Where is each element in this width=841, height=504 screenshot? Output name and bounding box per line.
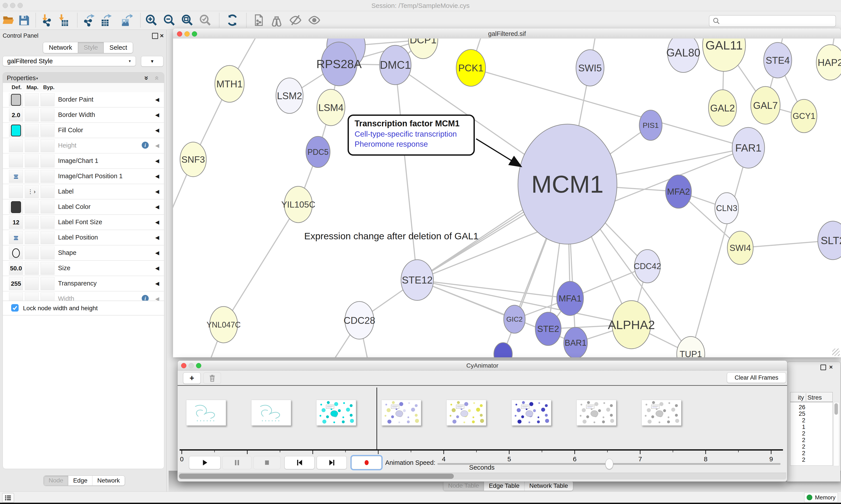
property-row[interactable]: 2.0Border Width◀ xyxy=(3,108,164,123)
tab-network-table[interactable]: Network Table xyxy=(524,481,573,491)
property-row[interactable]: ⋮›Label◀ xyxy=(3,184,164,199)
save-icon[interactable] xyxy=(17,13,31,27)
property-cell[interactable] xyxy=(25,155,39,167)
float-panel-icon[interactable] xyxy=(820,364,826,370)
frame-thumbnail-2[interactable] xyxy=(316,400,356,426)
properties-header[interactable]: Properties ▾ » » xyxy=(3,72,164,83)
property-cell[interactable] xyxy=(40,124,55,137)
record-button[interactable] xyxy=(352,456,381,469)
info-icon[interactable]: i xyxy=(142,142,149,149)
property-cell[interactable] xyxy=(25,201,39,214)
property-cell[interactable] xyxy=(25,124,39,137)
property-cell[interactable]: 50.0 xyxy=(9,262,23,275)
property-row[interactable]: Image/Chart Position 1◀ xyxy=(3,169,164,184)
expand-row-icon[interactable]: ◀ xyxy=(155,234,159,240)
export-image-icon[interactable] xyxy=(119,13,133,27)
frame-thumbnail-3[interactable] xyxy=(381,400,421,426)
network-edge[interactable] xyxy=(223,204,298,325)
property-cell[interactable] xyxy=(25,139,39,152)
property-cell[interactable] xyxy=(9,170,23,183)
import-network-icon[interactable] xyxy=(40,13,53,27)
property-cell[interactable] xyxy=(40,170,55,183)
float-panel-icon[interactable] xyxy=(152,33,158,39)
property-cell[interactable] xyxy=(9,155,23,167)
property-cell[interactable] xyxy=(40,93,55,106)
zoom-fit-icon[interactable] xyxy=(180,13,194,27)
column-stress[interactable]: Stres xyxy=(807,394,822,401)
style-dropdown[interactable]: galFiltered Style ▾ xyxy=(3,56,136,66)
tab-style[interactable]: Style xyxy=(78,42,104,53)
expand-row-icon[interactable]: ◀ xyxy=(155,281,159,287)
scrollbar-thumb[interactable] xyxy=(179,473,454,479)
resize-grip[interactable] xyxy=(832,348,840,356)
property-cell[interactable] xyxy=(40,262,55,275)
play-button[interactable] xyxy=(189,456,220,469)
export-table-icon[interactable] xyxy=(99,13,112,27)
property-row[interactable]: Fill Color◀ xyxy=(3,123,164,138)
property-cell[interactable] xyxy=(9,231,23,244)
clone-network-icon[interactable] xyxy=(252,13,266,27)
zoom-in-icon[interactable] xyxy=(145,13,158,27)
annotation-box[interactable]: Transcription factor MCM1 Cell-type-spec… xyxy=(347,114,475,156)
property-row[interactable]: Label Color◀ xyxy=(3,199,164,215)
import-table-icon[interactable] xyxy=(56,13,70,27)
expand-row-icon[interactable]: ◀ xyxy=(155,96,159,103)
export-network-icon[interactable] xyxy=(82,13,95,27)
lock-checkbox[interactable] xyxy=(11,304,19,311)
timeline[interactable]: 0123456789 Seconds xyxy=(179,386,786,454)
property-cell[interactable]: 2.0 xyxy=(9,109,23,122)
expand-row-icon[interactable]: ◀ xyxy=(155,127,159,133)
frame-thumbnail-7[interactable] xyxy=(642,400,681,426)
close-panel-icon[interactable]: × xyxy=(160,32,164,39)
table-scrollbar[interactable] xyxy=(834,402,839,466)
property-row[interactable]: Border Paint◀ xyxy=(3,92,164,108)
tab-network-style[interactable]: Network xyxy=(92,476,125,485)
property-cell[interactable]: 255 xyxy=(9,277,23,290)
property-cell[interactable] xyxy=(40,247,55,259)
expand-row-icon[interactable]: ◀ xyxy=(155,204,159,210)
property-row[interactable]: Heighti◀ xyxy=(3,138,164,154)
zoom-out-icon[interactable] xyxy=(162,13,176,27)
zoom-selected-icon[interactable] xyxy=(198,13,212,27)
tab-edge-table[interactable]: Edge Table xyxy=(484,481,524,491)
annotation-link[interactable]: Cell-type-specific transcription xyxy=(355,130,473,138)
task-history-button[interactable] xyxy=(2,493,14,503)
frame-thumbnail-1[interactable] xyxy=(251,400,291,426)
step-backward-button[interactable] xyxy=(285,456,315,469)
property-cell[interactable] xyxy=(25,247,39,259)
property-cell[interactable] xyxy=(40,277,55,290)
close-panel-icon[interactable]: × xyxy=(829,364,833,371)
step-forward-button[interactable] xyxy=(317,456,347,469)
property-row[interactable]: Label Position◀ xyxy=(3,230,164,246)
network-titlebar[interactable]: galFiltered.sif xyxy=(173,29,841,39)
expand-row-icon[interactable]: ◀ xyxy=(155,219,159,225)
property-cell[interactable] xyxy=(40,185,55,198)
property-cell[interactable]: ⋮› xyxy=(25,185,39,198)
property-cell[interactable] xyxy=(9,247,23,259)
stop-button[interactable] xyxy=(253,456,281,469)
binoculars-icon[interactable] xyxy=(270,13,283,27)
timeline-scrollbar[interactable] xyxy=(179,473,786,480)
property-cell[interactable] xyxy=(40,109,55,122)
expand-row-icon[interactable]: ◀ xyxy=(155,173,159,179)
expand-row-icon[interactable]: ◀ xyxy=(155,265,159,271)
scrollbar-thumb[interactable] xyxy=(835,403,838,415)
frame-thumbnail-0[interactable] xyxy=(186,400,226,426)
slider-handle[interactable] xyxy=(605,459,613,469)
property-cell[interactable]: 12 xyxy=(9,216,23,229)
property-cell[interactable] xyxy=(40,139,55,152)
style-options-button[interactable]: ▼ xyxy=(141,56,163,67)
pause-button[interactable] xyxy=(222,456,252,469)
property-row[interactable]: 255Transparency◀ xyxy=(3,276,164,291)
property-row[interactable]: 50.0Size◀ xyxy=(3,261,164,276)
tab-node-table[interactable]: Node Table xyxy=(443,481,484,491)
property-row[interactable]: 12Label Font Size◀ xyxy=(3,215,164,230)
refresh-icon[interactable] xyxy=(226,13,239,27)
frame-thumbnail-6[interactable] xyxy=(576,400,616,426)
hide-selected-icon[interactable] xyxy=(289,13,302,27)
cyanimator-titlebar[interactable]: CyAnimator xyxy=(178,361,787,371)
property-cell[interactable] xyxy=(25,231,39,244)
column-centrality[interactable]: ity xyxy=(798,394,804,401)
property-cell[interactable] xyxy=(9,201,23,214)
expand-row-icon[interactable]: ◀ xyxy=(155,158,159,164)
